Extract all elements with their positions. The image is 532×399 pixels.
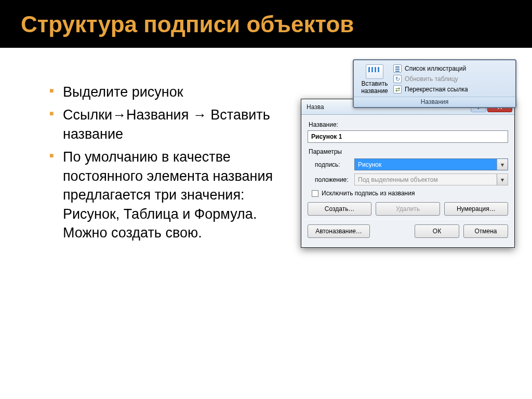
bullet-list: Выделите рисунок Ссылки→Названия → Встав… xyxy=(29,83,285,247)
list-illustrations-button[interactable]: Список иллюстраций xyxy=(392,63,512,74)
position-value: Под выделенным объектом xyxy=(358,176,438,183)
caption-value: Рисунок xyxy=(358,161,381,168)
delete-button[interactable]: Удалить xyxy=(376,202,440,216)
bullet-item: По умолчанию в качестве постоянного элем… xyxy=(49,148,285,242)
insert-caption-label: Вставить название xyxy=(359,80,390,95)
list-icon xyxy=(393,64,402,73)
numbering-button[interactable]: Нумерация… xyxy=(444,202,508,216)
position-label: положение: xyxy=(308,176,354,183)
crossref-label: Перекрестная ссылка xyxy=(405,86,468,93)
caption-combobox[interactable]: Рисунок xyxy=(354,158,508,170)
cancel-button[interactable]: Отмена xyxy=(463,224,508,238)
separator xyxy=(305,219,510,219)
ok-button[interactable]: ОК xyxy=(415,224,459,238)
bullet-item: Выделите рисунок xyxy=(49,83,285,101)
caption-dialog: Назва ? X Название: Параметры подпись: Р… xyxy=(301,99,515,248)
position-combobox[interactable]: Под выделенным объектом xyxy=(354,174,508,185)
ribbon-group-label: Названия xyxy=(354,97,515,107)
insert-caption-icon xyxy=(366,64,383,79)
name-label: Название: xyxy=(309,121,508,128)
autoname-button[interactable]: Автоназвание… xyxy=(308,224,370,238)
refresh-icon xyxy=(393,75,402,83)
slide-title: Структура подписи объектов xyxy=(0,0,532,48)
bullet-item: Ссылки→Названия → Вставить название xyxy=(49,105,285,143)
ribbon-captions-group: Вставить название Список иллюстраций Обн… xyxy=(353,59,516,108)
update-table-button[interactable]: Обновить таблицу xyxy=(392,74,512,84)
update-table-label: Обновить таблицу xyxy=(405,75,458,83)
insert-caption-button[interactable]: Вставить название xyxy=(357,63,392,96)
params-header: Параметры xyxy=(309,148,508,155)
crossref-icon xyxy=(393,85,402,94)
crossref-button[interactable]: Перекрестная ссылка xyxy=(392,84,512,95)
new-button[interactable]: Создать… xyxy=(308,202,371,216)
exclude-label: Исключить подпись из названия xyxy=(322,190,415,197)
caption-label: подпись: xyxy=(308,161,354,168)
exclude-checkbox[interactable] xyxy=(312,190,318,197)
name-field[interactable] xyxy=(308,130,508,143)
list-illustrations-label: Список иллюстраций xyxy=(405,65,466,72)
